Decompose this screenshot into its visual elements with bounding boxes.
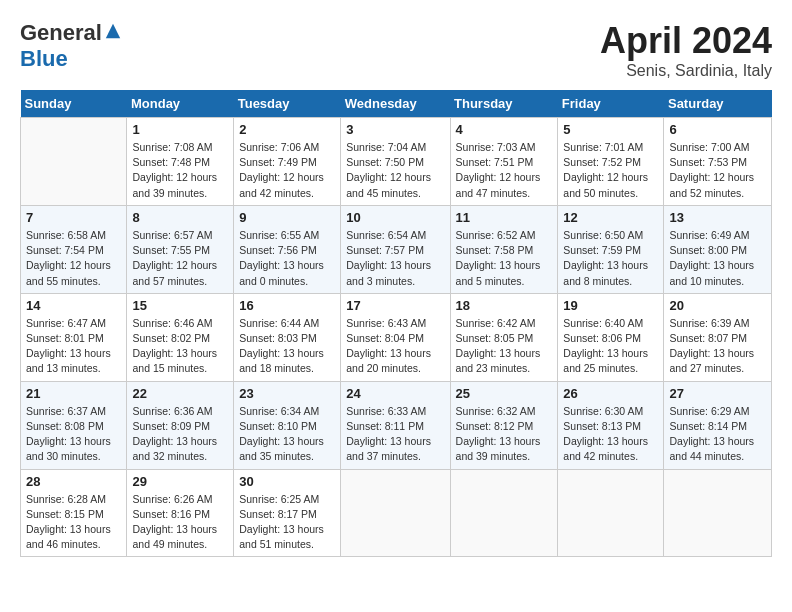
day-number: 18 — [456, 298, 553, 313]
day-number: 2 — [239, 122, 335, 137]
calendar-cell: 17Sunrise: 6:43 AMSunset: 8:04 PMDayligh… — [341, 293, 450, 381]
day-info: Sunrise: 6:40 AMSunset: 8:06 PMDaylight:… — [563, 316, 658, 377]
logo-blue-text: Blue — [20, 46, 68, 72]
calendar-cell: 21Sunrise: 6:37 AMSunset: 8:08 PMDayligh… — [21, 381, 127, 469]
header-thursday: Thursday — [450, 90, 558, 118]
calendar-cell: 10Sunrise: 6:54 AMSunset: 7:57 PMDayligh… — [341, 205, 450, 293]
day-info: Sunrise: 7:08 AMSunset: 7:48 PMDaylight:… — [132, 140, 228, 201]
day-info: Sunrise: 6:36 AMSunset: 8:09 PMDaylight:… — [132, 404, 228, 465]
day-info: Sunrise: 7:03 AMSunset: 7:51 PMDaylight:… — [456, 140, 553, 201]
day-info: Sunrise: 6:30 AMSunset: 8:13 PMDaylight:… — [563, 404, 658, 465]
calendar-cell: 1Sunrise: 7:08 AMSunset: 7:48 PMDaylight… — [127, 118, 234, 206]
day-info: Sunrise: 6:54 AMSunset: 7:57 PMDaylight:… — [346, 228, 444, 289]
day-info: Sunrise: 7:04 AMSunset: 7:50 PMDaylight:… — [346, 140, 444, 201]
day-info: Sunrise: 6:28 AMSunset: 8:15 PMDaylight:… — [26, 492, 121, 553]
logo-general-text: General — [20, 20, 102, 46]
calendar-table: SundayMondayTuesdayWednesdayThursdayFrid… — [20, 90, 772, 557]
day-info: Sunrise: 6:58 AMSunset: 7:54 PMDaylight:… — [26, 228, 121, 289]
day-number: 30 — [239, 474, 335, 489]
day-number: 11 — [456, 210, 553, 225]
calendar-cell: 14Sunrise: 6:47 AMSunset: 8:01 PMDayligh… — [21, 293, 127, 381]
day-number: 15 — [132, 298, 228, 313]
day-info: Sunrise: 6:57 AMSunset: 7:55 PMDaylight:… — [132, 228, 228, 289]
day-number: 3 — [346, 122, 444, 137]
day-number: 5 — [563, 122, 658, 137]
calendar-cell: 26Sunrise: 6:30 AMSunset: 8:13 PMDayligh… — [558, 381, 664, 469]
calendar-cell: 30Sunrise: 6:25 AMSunset: 8:17 PMDayligh… — [234, 469, 341, 557]
calendar-cell: 29Sunrise: 6:26 AMSunset: 8:16 PMDayligh… — [127, 469, 234, 557]
calendar-week-row: 28Sunrise: 6:28 AMSunset: 8:15 PMDayligh… — [21, 469, 772, 557]
day-info: Sunrise: 6:33 AMSunset: 8:11 PMDaylight:… — [346, 404, 444, 465]
day-number: 19 — [563, 298, 658, 313]
calendar-cell: 24Sunrise: 6:33 AMSunset: 8:11 PMDayligh… — [341, 381, 450, 469]
title-area: April 2024 Senis, Sardinia, Italy — [600, 20, 772, 80]
day-number: 7 — [26, 210, 121, 225]
day-number: 25 — [456, 386, 553, 401]
calendar-cell: 8Sunrise: 6:57 AMSunset: 7:55 PMDaylight… — [127, 205, 234, 293]
header-saturday: Saturday — [664, 90, 772, 118]
day-info: Sunrise: 6:47 AMSunset: 8:01 PMDaylight:… — [26, 316, 121, 377]
svg-marker-0 — [106, 24, 120, 38]
calendar-cell: 16Sunrise: 6:44 AMSunset: 8:03 PMDayligh… — [234, 293, 341, 381]
day-info: Sunrise: 6:25 AMSunset: 8:17 PMDaylight:… — [239, 492, 335, 553]
day-info: Sunrise: 6:37 AMSunset: 8:08 PMDaylight:… — [26, 404, 121, 465]
day-number: 6 — [669, 122, 766, 137]
calendar-cell: 25Sunrise: 6:32 AMSunset: 8:12 PMDayligh… — [450, 381, 558, 469]
calendar-cell: 15Sunrise: 6:46 AMSunset: 8:02 PMDayligh… — [127, 293, 234, 381]
day-info: Sunrise: 6:52 AMSunset: 7:58 PMDaylight:… — [456, 228, 553, 289]
day-info: Sunrise: 6:26 AMSunset: 8:16 PMDaylight:… — [132, 492, 228, 553]
day-number: 28 — [26, 474, 121, 489]
calendar-cell — [558, 469, 664, 557]
day-number: 14 — [26, 298, 121, 313]
day-number: 21 — [26, 386, 121, 401]
day-number: 16 — [239, 298, 335, 313]
location-subtitle: Senis, Sardinia, Italy — [600, 62, 772, 80]
calendar-cell: 20Sunrise: 6:39 AMSunset: 8:07 PMDayligh… — [664, 293, 772, 381]
day-info: Sunrise: 7:01 AMSunset: 7:52 PMDaylight:… — [563, 140, 658, 201]
calendar-cell: 11Sunrise: 6:52 AMSunset: 7:58 PMDayligh… — [450, 205, 558, 293]
calendar-cell: 9Sunrise: 6:55 AMSunset: 7:56 PMDaylight… — [234, 205, 341, 293]
day-info: Sunrise: 6:55 AMSunset: 7:56 PMDaylight:… — [239, 228, 335, 289]
calendar-week-row: 1Sunrise: 7:08 AMSunset: 7:48 PMDaylight… — [21, 118, 772, 206]
day-info: Sunrise: 6:32 AMSunset: 8:12 PMDaylight:… — [456, 404, 553, 465]
calendar-cell: 13Sunrise: 6:49 AMSunset: 8:00 PMDayligh… — [664, 205, 772, 293]
day-info: Sunrise: 7:00 AMSunset: 7:53 PMDaylight:… — [669, 140, 766, 201]
calendar-cell: 23Sunrise: 6:34 AMSunset: 8:10 PMDayligh… — [234, 381, 341, 469]
day-info: Sunrise: 6:44 AMSunset: 8:03 PMDaylight:… — [239, 316, 335, 377]
calendar-week-row: 21Sunrise: 6:37 AMSunset: 8:08 PMDayligh… — [21, 381, 772, 469]
calendar-cell: 18Sunrise: 6:42 AMSunset: 8:05 PMDayligh… — [450, 293, 558, 381]
calendar-cell: 3Sunrise: 7:04 AMSunset: 7:50 PMDaylight… — [341, 118, 450, 206]
calendar-cell: 27Sunrise: 6:29 AMSunset: 8:14 PMDayligh… — [664, 381, 772, 469]
calendar-cell: 2Sunrise: 7:06 AMSunset: 7:49 PMDaylight… — [234, 118, 341, 206]
logo: General Blue — [20, 20, 122, 72]
header-sunday: Sunday — [21, 90, 127, 118]
day-info: Sunrise: 6:34 AMSunset: 8:10 PMDaylight:… — [239, 404, 335, 465]
month-title: April 2024 — [600, 20, 772, 62]
day-number: 22 — [132, 386, 228, 401]
day-number: 12 — [563, 210, 658, 225]
day-number: 10 — [346, 210, 444, 225]
header-friday: Friday — [558, 90, 664, 118]
calendar-cell: 4Sunrise: 7:03 AMSunset: 7:51 PMDaylight… — [450, 118, 558, 206]
calendar-cell — [341, 469, 450, 557]
calendar-cell: 28Sunrise: 6:28 AMSunset: 8:15 PMDayligh… — [21, 469, 127, 557]
day-number: 24 — [346, 386, 444, 401]
day-info: Sunrise: 6:42 AMSunset: 8:05 PMDaylight:… — [456, 316, 553, 377]
calendar-cell: 19Sunrise: 6:40 AMSunset: 8:06 PMDayligh… — [558, 293, 664, 381]
calendar-cell — [664, 469, 772, 557]
day-number: 23 — [239, 386, 335, 401]
page-header: General Blue April 2024 Senis, Sardinia,… — [20, 20, 772, 80]
header-monday: Monday — [127, 90, 234, 118]
day-number: 13 — [669, 210, 766, 225]
calendar-week-row: 14Sunrise: 6:47 AMSunset: 8:01 PMDayligh… — [21, 293, 772, 381]
day-info: Sunrise: 6:50 AMSunset: 7:59 PMDaylight:… — [563, 228, 658, 289]
day-number: 1 — [132, 122, 228, 137]
day-info: Sunrise: 6:39 AMSunset: 8:07 PMDaylight:… — [669, 316, 766, 377]
calendar-week-row: 7Sunrise: 6:58 AMSunset: 7:54 PMDaylight… — [21, 205, 772, 293]
day-info: Sunrise: 6:43 AMSunset: 8:04 PMDaylight:… — [346, 316, 444, 377]
calendar-cell: 7Sunrise: 6:58 AMSunset: 7:54 PMDaylight… — [21, 205, 127, 293]
header-tuesday: Tuesday — [234, 90, 341, 118]
day-number: 29 — [132, 474, 228, 489]
day-number: 27 — [669, 386, 766, 401]
day-number: 26 — [563, 386, 658, 401]
